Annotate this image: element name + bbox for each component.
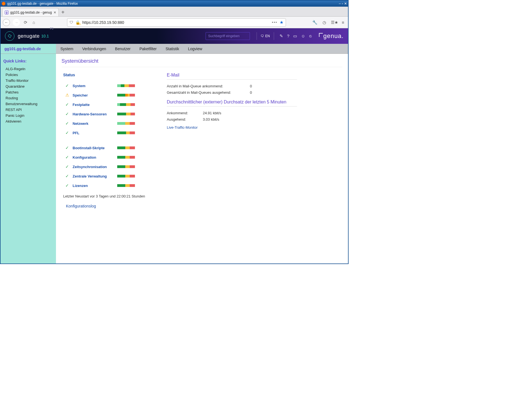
- status-label[interactable]: Hardware-Sensoren: [73, 112, 117, 116]
- content-area: Systemübersicht Status ✓System⚠Speicher✓…: [56, 54, 348, 263]
- tab-benutzer[interactable]: Benutzer: [111, 44, 135, 54]
- status-label[interactable]: System: [73, 84, 117, 88]
- status-label[interactable]: PFL: [73, 131, 117, 135]
- sidebar-item[interactable]: REST API: [6, 107, 53, 113]
- throughput-row: Ankommend:24.91 kbit/s: [167, 110, 297, 116]
- status-gauge: [117, 93, 135, 97]
- browser-tab[interactable]: g gg101.gg-testlab.de - genug ✕: [2, 8, 59, 16]
- sidebar-item[interactable]: Patches: [6, 89, 53, 95]
- status-row: ✓Bootinstall-Skripte: [62, 143, 156, 153]
- brand-corner-icon: [319, 33, 323, 37]
- speech-icon: 🗨: [261, 34, 264, 38]
- status-label[interactable]: Konfiguration: [73, 155, 117, 159]
- tab-logview[interactable]: Logview: [183, 44, 206, 54]
- os-titlebar: gg101.gg-testlab.de - genugate - Mozilla…: [1, 1, 348, 7]
- kv-val: 0: [250, 84, 252, 88]
- check-icon: ✓: [62, 183, 73, 188]
- breadcrumb[interactable]: gg101.gg-testlab.de: [1, 44, 56, 54]
- sidebar-item[interactable]: Routing: [6, 95, 53, 101]
- sidebar-item[interactable]: Benutzerverwaltung: [6, 101, 53, 107]
- sidebar-item[interactable]: Aktivieren: [6, 118, 53, 124]
- tab-statistik[interactable]: Statistik: [161, 44, 183, 54]
- kv-val: 0: [250, 90, 252, 95]
- menu-icon[interactable]: ≡: [340, 20, 346, 25]
- check-icon: ✓: [62, 83, 73, 88]
- status-gauge: [117, 146, 135, 149]
- shield-icon[interactable]: 🛡: [70, 20, 73, 24]
- config-log-link[interactable]: Konfigurationslog: [66, 204, 156, 208]
- page-title: Systemübersicht: [62, 58, 342, 67]
- sidebar-item[interactable]: Quarantäne: [6, 83, 53, 89]
- status-label[interactable]: Zeitsynchronisation: [73, 165, 117, 169]
- check-icon: ✓: [62, 164, 73, 169]
- sidebar-item[interactable]: Panic Login: [6, 113, 53, 118]
- status-label[interactable]: Lizenzen: [73, 184, 117, 188]
- tab-close-icon[interactable]: ✕: [53, 11, 56, 14]
- tools-icon[interactable]: ✎: [280, 34, 283, 39]
- throughput-section-title: Durchschnittlicher (externer) Durchsatz …: [167, 100, 297, 107]
- tab-verbindungen[interactable]: Verbindungen: [78, 44, 111, 54]
- check-icon: ✓: [62, 145, 73, 150]
- app-name: genugate: [18, 33, 40, 39]
- browser-navbar: ← → ⟳ ⌂ 🛡 🔒⚠ https://10.253.19.50:880 ••…: [1, 17, 348, 28]
- logout-icon[interactable]: ⎋: [309, 34, 312, 39]
- language-switch[interactable]: 🗨 EN: [257, 32, 274, 40]
- url-bar[interactable]: 🛡 🔒⚠ https://10.253.19.50:880 ••• ★: [67, 18, 286, 27]
- check-icon: ✓: [62, 121, 73, 126]
- home-button[interactable]: ⌂: [31, 20, 37, 25]
- app-logo[interactable]: [5, 31, 14, 41]
- app-search-input[interactable]: [206, 32, 250, 40]
- status-label[interactable]: Zentrale Verwaltung: [73, 174, 117, 178]
- maximize-button[interactable]: ▫: [342, 2, 343, 6]
- sidebar-item[interactable]: ALG-Regeln: [6, 66, 53, 72]
- status-gauge: [117, 112, 135, 116]
- forward-button[interactable]: →: [13, 19, 20, 26]
- status-gauge: [117, 122, 135, 125]
- email-section-title: E-Mail: [167, 73, 297, 80]
- sidebar-item[interactable]: Policies: [6, 72, 53, 78]
- status-row: ✓Lizenzen: [62, 181, 156, 190]
- minimize-button[interactable]: –: [339, 2, 341, 6]
- status-section-title: Status: [63, 73, 156, 77]
- app-version: 10.1: [41, 34, 49, 38]
- status-row: ✓Zeitsynchronisation: [62, 162, 156, 171]
- reload-button[interactable]: ⟳: [23, 20, 28, 25]
- back-button[interactable]: ←: [3, 19, 10, 26]
- status-gauge: [117, 165, 135, 168]
- library-icon[interactable]: ☰★: [331, 20, 336, 25]
- status-row: ✓PFL: [62, 128, 156, 138]
- devtools-icon[interactable]: 🔧: [312, 20, 318, 25]
- page-actions-icon[interactable]: •••: [272, 20, 277, 24]
- status-gauge: [117, 84, 135, 87]
- bookmark-star-icon[interactable]: ★: [280, 20, 283, 25]
- lang-label: EN: [265, 34, 270, 38]
- user-icon[interactable]: ☺: [301, 34, 305, 39]
- status-label[interactable]: Speicher: [73, 93, 117, 97]
- live-traffic-link[interactable]: Live-Traffic-Monitor: [167, 125, 198, 130]
- check-icon: ✓: [62, 174, 73, 179]
- check-icon: ✓: [62, 111, 73, 116]
- lock-icon[interactable]: 🔒⚠: [75, 20, 80, 25]
- os-window-title: gg101.gg-testlab.de - genugate - Mozilla…: [7, 2, 78, 6]
- sidebar-title: Quick Links:: [3, 59, 53, 63]
- app-header: genugate 10.1 P0 🗨 EN ✎ ? ▭ ☺ ⎋ genua.: [1, 28, 348, 44]
- status-row: ✓Zentrale Verwaltung: [62, 171, 156, 181]
- close-window-button[interactable]: ✕: [344, 2, 347, 6]
- brand-logo: genua.: [319, 32, 344, 40]
- site-favicon: g: [5, 11, 9, 14]
- url-text: https://10.253.19.50:880: [82, 20, 270, 25]
- status-label[interactable]: Bootinstall-Skripte: [73, 146, 117, 150]
- new-tab-button[interactable]: +: [59, 8, 67, 16]
- status-label[interactable]: Festplatte: [73, 103, 117, 107]
- docs-icon[interactable]: ▭: [293, 34, 297, 39]
- status-row: ✓Festplatte: [62, 100, 156, 109]
- sidebar-item[interactable]: Traffic-Monitor: [6, 78, 53, 83]
- status-label[interactable]: Netzwerk: [73, 121, 117, 126]
- history-icon[interactable]: ◷: [321, 20, 327, 25]
- help-icon[interactable]: ?: [287, 34, 289, 39]
- tab-system[interactable]: System: [56, 44, 78, 54]
- tab-paketfilter[interactable]: Paketfilter: [135, 44, 161, 54]
- last-restart-text: Letzter Neustart vor 3 Tagen und 22:00:2…: [63, 194, 156, 198]
- warning-icon: ⚠: [62, 93, 73, 98]
- lock-warning-icon: ⚠: [79, 22, 81, 26]
